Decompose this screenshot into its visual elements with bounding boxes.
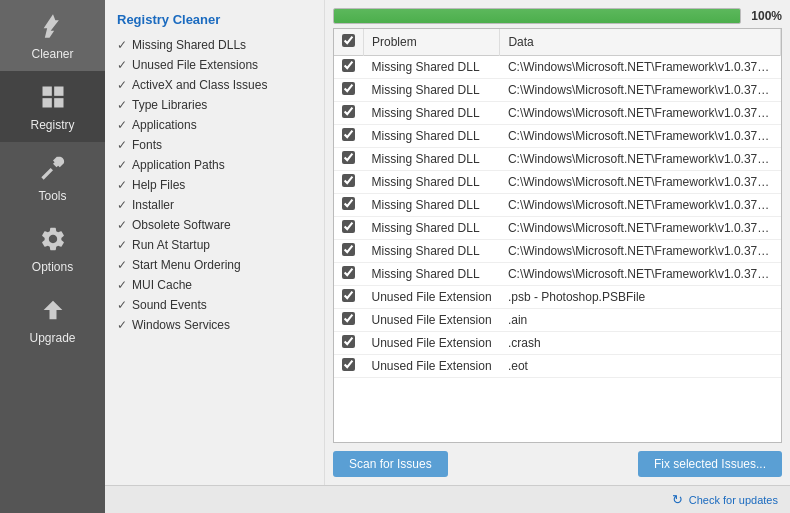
check-icon-help: ✓ — [117, 178, 127, 192]
row-checkbox[interactable] — [342, 174, 355, 187]
row-checkbox-cell — [334, 102, 364, 125]
table-row: Unused File Extension.crash — [334, 332, 781, 355]
option-windows-services[interactable]: ✓ Windows Services — [105, 315, 324, 335]
grid-icon — [37, 81, 69, 113]
row-checkbox[interactable] — [342, 82, 355, 95]
row-problem: Missing Shared DLL — [364, 171, 500, 194]
results-panel: 100% Problem Data Missing — [325, 0, 790, 485]
row-checkbox[interactable] — [342, 197, 355, 210]
option-application-paths[interactable]: ✓ Application Paths — [105, 155, 324, 175]
row-data: C:\Windows\Microsoft.NET\Framework\v1.0.… — [500, 56, 781, 79]
option-activex[interactable]: ✓ ActiveX and Class Issues — [105, 75, 324, 95]
table-row: Missing Shared DLLC:\Windows\Microsoft.N… — [334, 125, 781, 148]
check-updates-label[interactable]: Check for updates — [689, 494, 778, 506]
check-icon-fonts: ✓ — [117, 138, 127, 152]
row-problem: Unused File Extension — [364, 309, 500, 332]
row-checkbox-cell — [334, 148, 364, 171]
results-table-container[interactable]: Problem Data Missing Shared DLLC:\Window… — [333, 28, 782, 443]
sidebar-item-cleaner[interactable]: Cleaner — [0, 0, 105, 71]
sidebar-item-registry[interactable]: Registry — [0, 71, 105, 142]
row-checkbox[interactable] — [342, 105, 355, 118]
row-data: C:\Windows\Microsoft.NET\Framework\v1.0.… — [500, 148, 781, 171]
check-icon-win-services: ✓ — [117, 318, 127, 332]
progress-container: 100% — [325, 0, 790, 28]
option-obsolete-software[interactable]: ✓ Obsolete Software — [105, 215, 324, 235]
row-checkbox-cell — [334, 217, 364, 240]
sidebar-item-registry-label: Registry — [30, 118, 74, 132]
check-icon-unused-ext: ✓ — [117, 58, 127, 72]
option-label-app-paths: Application Paths — [132, 158, 225, 172]
row-checkbox-cell — [334, 263, 364, 286]
svg-rect-2 — [42, 98, 51, 107]
progress-bar-inner — [334, 9, 740, 23]
row-data: C:\Windows\Microsoft.NET\Framework\v1.0.… — [500, 240, 781, 263]
check-icon-obsolete: ✓ — [117, 218, 127, 232]
row-checkbox[interactable] — [342, 335, 355, 348]
sidebar-item-tools[interactable]: Tools — [0, 142, 105, 213]
row-problem: Unused File Extension — [364, 332, 500, 355]
row-problem: Missing Shared DLL — [364, 125, 500, 148]
svg-rect-3 — [54, 98, 63, 107]
header-data: Data — [500, 29, 781, 56]
check-icon-apps: ✓ — [117, 118, 127, 132]
progress-label: 100% — [747, 9, 782, 23]
row-checkbox[interactable] — [342, 151, 355, 164]
row-checkbox[interactable] — [342, 128, 355, 141]
content-area: Registry Cleaner ✓ Missing Shared DLLs ✓… — [105, 0, 790, 485]
broom-icon — [37, 10, 69, 42]
row-data: C:\Windows\Microsoft.NET\Framework\v1.0.… — [500, 125, 781, 148]
check-icon-activex: ✓ — [117, 78, 127, 92]
sidebar-item-upgrade-label: Upgrade — [29, 331, 75, 345]
row-problem: Missing Shared DLL — [364, 56, 500, 79]
option-label-type-libs: Type Libraries — [132, 98, 207, 112]
table-header-row: Problem Data — [334, 29, 781, 56]
option-label-sound: Sound Events — [132, 298, 207, 312]
option-missing-shared-dlls[interactable]: ✓ Missing Shared DLLs — [105, 35, 324, 55]
fix-button[interactable]: Fix selected Issues... — [638, 451, 782, 477]
row-checkbox[interactable] — [342, 59, 355, 72]
row-problem: Missing Shared DLL — [364, 217, 500, 240]
table-row: Missing Shared DLLC:\Windows\Microsoft.N… — [334, 148, 781, 171]
row-checkbox[interactable] — [342, 243, 355, 256]
row-checkbox[interactable] — [342, 266, 355, 279]
row-checkbox[interactable] — [342, 312, 355, 325]
table-row: Missing Shared DLLC:\Windows\Microsoft.N… — [334, 194, 781, 217]
table-row: Missing Shared DLLC:\Windows\Microsoft.N… — [334, 79, 781, 102]
row-checkbox[interactable] — [342, 220, 355, 233]
row-checkbox[interactable] — [342, 289, 355, 302]
option-sound-events[interactable]: ✓ Sound Events — [105, 295, 324, 315]
option-label-installer: Installer — [132, 198, 174, 212]
bottom-bar: Scan for Issues Fix selected Issues... — [325, 443, 790, 485]
table-row: Unused File Extension.eot — [334, 355, 781, 378]
option-unused-file-extensions[interactable]: ✓ Unused File Extensions — [105, 55, 324, 75]
row-checkbox-cell — [334, 240, 364, 263]
option-type-libraries[interactable]: ✓ Type Libraries — [105, 95, 324, 115]
sidebar-item-options[interactable]: Options — [0, 213, 105, 284]
option-help-files[interactable]: ✓ Help Files — [105, 175, 324, 195]
option-label-apps: Applications — [132, 118, 197, 132]
svg-rect-1 — [54, 87, 63, 96]
row-data: C:\Windows\Microsoft.NET\Framework\v1.0.… — [500, 263, 781, 286]
option-fonts[interactable]: ✓ Fonts — [105, 135, 324, 155]
option-start-menu[interactable]: ✓ Start Menu Ordering — [105, 255, 324, 275]
option-mui-cache[interactable]: ✓ MUI Cache — [105, 275, 324, 295]
scan-button[interactable]: Scan for Issues — [333, 451, 448, 477]
row-checkbox-cell — [334, 332, 364, 355]
row-checkbox-cell — [334, 286, 364, 309]
option-run-at-startup[interactable]: ✓ Run At Startup — [105, 235, 324, 255]
option-applications[interactable]: ✓ Applications — [105, 115, 324, 135]
option-label-obsolete: Obsolete Software — [132, 218, 231, 232]
check-icon-type-libs: ✓ — [117, 98, 127, 112]
check-icon-installer: ✓ — [117, 198, 127, 212]
option-installer[interactable]: ✓ Installer — [105, 195, 324, 215]
sidebar-item-upgrade[interactable]: Upgrade — [0, 284, 105, 355]
select-all-checkbox[interactable] — [342, 34, 355, 47]
header-checkbox-col — [334, 29, 364, 56]
status-bar[interactable]: ↻ Check for updates — [105, 485, 790, 513]
row-checkbox-cell — [334, 125, 364, 148]
check-icon-missing-dlls: ✓ — [117, 38, 127, 52]
options-panel-title: Registry Cleaner — [105, 8, 324, 35]
row-checkbox[interactable] — [342, 358, 355, 371]
row-data: .crash — [500, 332, 781, 355]
wrench-icon — [37, 152, 69, 184]
